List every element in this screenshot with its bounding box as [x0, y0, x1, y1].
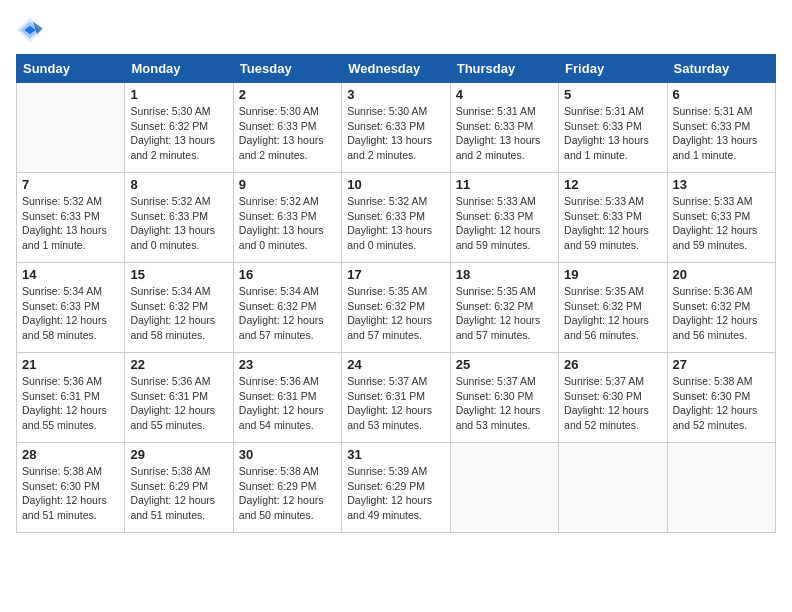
- week-row: 28Sunrise: 5:38 AM Sunset: 6:30 PM Dayli…: [17, 443, 776, 533]
- calendar-cell: 22Sunrise: 5:36 AM Sunset: 6:31 PM Dayli…: [125, 353, 233, 443]
- day-number: 12: [564, 177, 661, 192]
- calendar-cell: 18Sunrise: 5:35 AM Sunset: 6:32 PM Dayli…: [450, 263, 558, 353]
- calendar-cell: 20Sunrise: 5:36 AM Sunset: 6:32 PM Dayli…: [667, 263, 775, 353]
- day-info: Sunrise: 5:32 AM Sunset: 6:33 PM Dayligh…: [347, 194, 444, 253]
- page-header: [16, 16, 776, 44]
- day-info: Sunrise: 5:38 AM Sunset: 6:30 PM Dayligh…: [673, 374, 770, 433]
- calendar-cell: 30Sunrise: 5:38 AM Sunset: 6:29 PM Dayli…: [233, 443, 341, 533]
- day-info: Sunrise: 5:36 AM Sunset: 6:31 PM Dayligh…: [130, 374, 227, 433]
- weekday-header: Saturday: [667, 55, 775, 83]
- day-number: 13: [673, 177, 770, 192]
- day-number: 21: [22, 357, 119, 372]
- day-number: 8: [130, 177, 227, 192]
- day-info: Sunrise: 5:33 AM Sunset: 6:33 PM Dayligh…: [456, 194, 553, 253]
- day-number: 23: [239, 357, 336, 372]
- day-info: Sunrise: 5:38 AM Sunset: 6:29 PM Dayligh…: [239, 464, 336, 523]
- day-info: Sunrise: 5:32 AM Sunset: 6:33 PM Dayligh…: [239, 194, 336, 253]
- day-number: 6: [673, 87, 770, 102]
- calendar-cell: 15Sunrise: 5:34 AM Sunset: 6:32 PM Dayli…: [125, 263, 233, 353]
- day-number: 9: [239, 177, 336, 192]
- day-number: 24: [347, 357, 444, 372]
- calendar-cell: 7Sunrise: 5:32 AM Sunset: 6:33 PM Daylig…: [17, 173, 125, 263]
- day-info: Sunrise: 5:35 AM Sunset: 6:32 PM Dayligh…: [347, 284, 444, 343]
- calendar-cell: 11Sunrise: 5:33 AM Sunset: 6:33 PM Dayli…: [450, 173, 558, 263]
- day-info: Sunrise: 5:32 AM Sunset: 6:33 PM Dayligh…: [22, 194, 119, 253]
- day-number: 18: [456, 267, 553, 282]
- day-info: Sunrise: 5:37 AM Sunset: 6:30 PM Dayligh…: [564, 374, 661, 433]
- calendar-cell: 12Sunrise: 5:33 AM Sunset: 6:33 PM Dayli…: [559, 173, 667, 263]
- day-number: 28: [22, 447, 119, 462]
- day-info: Sunrise: 5:31 AM Sunset: 6:33 PM Dayligh…: [564, 104, 661, 163]
- day-number: 29: [130, 447, 227, 462]
- weekday-header: Monday: [125, 55, 233, 83]
- calendar-cell: 1Sunrise: 5:30 AM Sunset: 6:32 PM Daylig…: [125, 83, 233, 173]
- day-info: Sunrise: 5:36 AM Sunset: 6:32 PM Dayligh…: [673, 284, 770, 343]
- day-number: 22: [130, 357, 227, 372]
- day-info: Sunrise: 5:31 AM Sunset: 6:33 PM Dayligh…: [456, 104, 553, 163]
- weekday-header: Thursday: [450, 55, 558, 83]
- day-number: 19: [564, 267, 661, 282]
- calendar-cell: 27Sunrise: 5:38 AM Sunset: 6:30 PM Dayli…: [667, 353, 775, 443]
- calendar-cell: 26Sunrise: 5:37 AM Sunset: 6:30 PM Dayli…: [559, 353, 667, 443]
- day-info: Sunrise: 5:39 AM Sunset: 6:29 PM Dayligh…: [347, 464, 444, 523]
- calendar-cell: [667, 443, 775, 533]
- day-number: 4: [456, 87, 553, 102]
- calendar-cell: 13Sunrise: 5:33 AM Sunset: 6:33 PM Dayli…: [667, 173, 775, 263]
- day-info: Sunrise: 5:30 AM Sunset: 6:33 PM Dayligh…: [239, 104, 336, 163]
- calendar-cell: 4Sunrise: 5:31 AM Sunset: 6:33 PM Daylig…: [450, 83, 558, 173]
- calendar-cell: [17, 83, 125, 173]
- calendar-cell: 29Sunrise: 5:38 AM Sunset: 6:29 PM Dayli…: [125, 443, 233, 533]
- day-info: Sunrise: 5:31 AM Sunset: 6:33 PM Dayligh…: [673, 104, 770, 163]
- week-row: 21Sunrise: 5:36 AM Sunset: 6:31 PM Dayli…: [17, 353, 776, 443]
- day-info: Sunrise: 5:34 AM Sunset: 6:32 PM Dayligh…: [130, 284, 227, 343]
- weekday-header-row: SundayMondayTuesdayWednesdayThursdayFrid…: [17, 55, 776, 83]
- weekday-header: Wednesday: [342, 55, 450, 83]
- weekday-header: Friday: [559, 55, 667, 83]
- calendar-cell: 8Sunrise: 5:32 AM Sunset: 6:33 PM Daylig…: [125, 173, 233, 263]
- day-info: Sunrise: 5:33 AM Sunset: 6:33 PM Dayligh…: [564, 194, 661, 253]
- day-number: 26: [564, 357, 661, 372]
- day-info: Sunrise: 5:36 AM Sunset: 6:31 PM Dayligh…: [22, 374, 119, 433]
- day-number: 5: [564, 87, 661, 102]
- day-number: 16: [239, 267, 336, 282]
- calendar-cell: 23Sunrise: 5:36 AM Sunset: 6:31 PM Dayli…: [233, 353, 341, 443]
- calendar-cell: 6Sunrise: 5:31 AM Sunset: 6:33 PM Daylig…: [667, 83, 775, 173]
- day-number: 1: [130, 87, 227, 102]
- day-number: 7: [22, 177, 119, 192]
- calendar-cell: 24Sunrise: 5:37 AM Sunset: 6:31 PM Dayli…: [342, 353, 450, 443]
- weekday-header: Tuesday: [233, 55, 341, 83]
- day-info: Sunrise: 5:35 AM Sunset: 6:32 PM Dayligh…: [564, 284, 661, 343]
- week-row: 7Sunrise: 5:32 AM Sunset: 6:33 PM Daylig…: [17, 173, 776, 263]
- calendar-cell: 21Sunrise: 5:36 AM Sunset: 6:31 PM Dayli…: [17, 353, 125, 443]
- calendar-cell: 14Sunrise: 5:34 AM Sunset: 6:33 PM Dayli…: [17, 263, 125, 353]
- day-number: 3: [347, 87, 444, 102]
- calendar-cell: 2Sunrise: 5:30 AM Sunset: 6:33 PM Daylig…: [233, 83, 341, 173]
- day-info: Sunrise: 5:33 AM Sunset: 6:33 PM Dayligh…: [673, 194, 770, 253]
- day-number: 25: [456, 357, 553, 372]
- calendar-cell: 25Sunrise: 5:37 AM Sunset: 6:30 PM Dayli…: [450, 353, 558, 443]
- day-info: Sunrise: 5:35 AM Sunset: 6:32 PM Dayligh…: [456, 284, 553, 343]
- week-row: 14Sunrise: 5:34 AM Sunset: 6:33 PM Dayli…: [17, 263, 776, 353]
- day-info: Sunrise: 5:34 AM Sunset: 6:32 PM Dayligh…: [239, 284, 336, 343]
- calendar-cell: 16Sunrise: 5:34 AM Sunset: 6:32 PM Dayli…: [233, 263, 341, 353]
- calendar-cell: 19Sunrise: 5:35 AM Sunset: 6:32 PM Dayli…: [559, 263, 667, 353]
- day-info: Sunrise: 5:30 AM Sunset: 6:32 PM Dayligh…: [130, 104, 227, 163]
- calendar-cell: 3Sunrise: 5:30 AM Sunset: 6:33 PM Daylig…: [342, 83, 450, 173]
- day-info: Sunrise: 5:30 AM Sunset: 6:33 PM Dayligh…: [347, 104, 444, 163]
- week-row: 1Sunrise: 5:30 AM Sunset: 6:32 PM Daylig…: [17, 83, 776, 173]
- day-info: Sunrise: 5:38 AM Sunset: 6:30 PM Dayligh…: [22, 464, 119, 523]
- day-number: 15: [130, 267, 227, 282]
- logo-icon: [16, 16, 44, 44]
- day-number: 31: [347, 447, 444, 462]
- calendar-cell: 5Sunrise: 5:31 AM Sunset: 6:33 PM Daylig…: [559, 83, 667, 173]
- day-info: Sunrise: 5:37 AM Sunset: 6:30 PM Dayligh…: [456, 374, 553, 433]
- day-number: 11: [456, 177, 553, 192]
- calendar-table: SundayMondayTuesdayWednesdayThursdayFrid…: [16, 54, 776, 533]
- day-info: Sunrise: 5:36 AM Sunset: 6:31 PM Dayligh…: [239, 374, 336, 433]
- day-number: 2: [239, 87, 336, 102]
- day-info: Sunrise: 5:32 AM Sunset: 6:33 PM Dayligh…: [130, 194, 227, 253]
- calendar-cell: [559, 443, 667, 533]
- calendar-cell: 10Sunrise: 5:32 AM Sunset: 6:33 PM Dayli…: [342, 173, 450, 263]
- weekday-header: Sunday: [17, 55, 125, 83]
- calendar-cell: 31Sunrise: 5:39 AM Sunset: 6:29 PM Dayli…: [342, 443, 450, 533]
